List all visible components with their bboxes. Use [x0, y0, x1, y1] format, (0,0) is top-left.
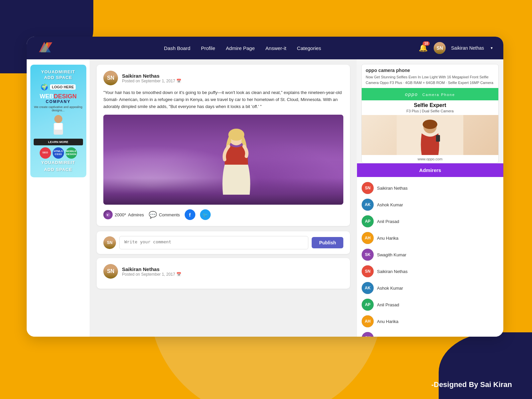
second-post-author-name: Saikiran Nethas: [122, 266, 181, 272]
nav-categories[interactable]: Categories: [297, 45, 321, 51]
second-post-date: Posted on September 1, 2017 📅: [122, 272, 181, 277]
oppo-selfie-sub: F3 Plus | Dual Selfie Camera: [362, 109, 498, 115]
bg-bottom-right-shape: [439, 332, 532, 399]
admirer-name: Swagith Kumar: [377, 336, 406, 337]
post-image: [103, 115, 343, 205]
navbar: Dash Board Profile Admire Page Answer-it…: [27, 37, 503, 59]
post-author-name: Saikiran Nethas: [122, 73, 181, 79]
ad-banner: YOUADMIREIT ADD SPACE 🌍 LOGO HERE WEBDES…: [30, 65, 86, 177]
second-calendar-icon: 📅: [176, 272, 181, 277]
navbar-right: 🔔 10 SN Saikiran Nethas ▾: [418, 42, 493, 54]
learn-more-button[interactable]: LEARN MORE: [34, 139, 83, 145]
admirers-header: Admirers: [357, 163, 503, 177]
content-area: YOUADMIREIT ADD SPACE 🌍 LOGO HERE WEBDES…: [27, 59, 503, 337]
ad-lady-area: [34, 113, 83, 137]
mobile-badge: MOBILEDESIGN: [66, 147, 77, 159]
ad-web-text: WEBDESIGN: [34, 93, 83, 99]
designer-credit: -Designed By Sai Kiran: [431, 380, 512, 389]
ad-description: We create captivative and appealing desi…: [34, 105, 83, 112]
admirer-avatar: AP: [362, 299, 374, 311]
main-card: Dash Board Profile Admire Page Answer-it…: [27, 37, 503, 337]
right-area: oppo camera phone Now Get Stunning Selfi…: [357, 59, 503, 337]
admirer-name: Ashok Kumar: [377, 286, 403, 291]
twitter-share-button[interactable]: 🐦: [200, 209, 211, 220]
admirer-item[interactable]: AP Anil Prasad: [357, 296, 503, 313]
post-date: Posted on September 1, 2017 📅: [122, 79, 181, 83]
admirer-avatar: AH: [362, 315, 374, 327]
admirers-list: SN Saikiran Nethas AK Ashok Kumar AP Ani…: [357, 177, 503, 337]
left-sidebar: YOUADMIREIT ADD SPACE 🌍 LOGO HERE WEBDES…: [27, 59, 90, 337]
post-text: "Your hair has to be smoothed down or it…: [103, 89, 343, 110]
oppo-ad-image: [362, 115, 498, 155]
html5-badge: HTML5CSS3: [53, 147, 64, 159]
comments-label: Comments: [159, 212, 180, 217]
admires-icon: ♥: [103, 210, 113, 219]
post-author-info: Saikiran Nethas Posted on September 1, 2…: [122, 73, 181, 83]
post-card: SN Saikiran Nethas Posted on September 1…: [97, 65, 350, 226]
admirer-item[interactable]: SN Saikiran Nethas: [357, 180, 503, 196]
comment-input-row: SN Publish: [103, 236, 343, 249]
admirer-item[interactable]: AH Anu Harika: [357, 230, 503, 246]
second-post-avatar: SN: [103, 264, 118, 279]
svg-point-3: [54, 115, 62, 123]
admirer-avatar: SN: [362, 265, 374, 277]
right-sidebar: Admirers SN Saikiran Nethas AK Ashok Kum…: [357, 163, 503, 337]
nav-links: Dash Board Profile Admire Page Answer-it…: [67, 45, 418, 51]
calendar-icon: 📅: [176, 79, 181, 83]
post-author-avatar: SN: [103, 71, 118, 85]
ad-title-line1: YOUADMIREIT: [34, 69, 83, 75]
admirer-item[interactable]: AK Ashok Kumar: [357, 280, 503, 296]
facebook-share-button[interactable]: f: [185, 209, 195, 220]
admirer-name: Ashok Kumar: [377, 202, 403, 207]
admirer-avatar: SK: [362, 332, 374, 337]
camera-phone-text: Camera Phone: [422, 93, 455, 97]
comment-icon: 💬: [149, 211, 157, 219]
ad-footer-title2: ADD SPACE: [34, 167, 83, 173]
logo[interactable]: [37, 41, 54, 55]
oppo-url: www.oppo.com: [362, 155, 498, 163]
oppo-ad-container: oppo camera phone Now Get Stunning Selfi…: [357, 59, 503, 163]
admires-count: 2000*: [115, 212, 126, 217]
post-header: SN Saikiran Nethas Posted on September 1…: [103, 71, 343, 85]
nav-admire-page[interactable]: Admire Page: [226, 45, 255, 51]
svg-point-7: [228, 129, 244, 141]
svg-rect-5: [54, 123, 62, 130]
comment-author-avatar: SN: [103, 236, 116, 249]
seo-badge: SEO: [40, 147, 51, 159]
nav-answer-it[interactable]: Answer-it: [265, 45, 286, 51]
oppo-ad: oppo camera phone Now Get Stunning Selfi…: [361, 64, 499, 163]
notification-button[interactable]: 🔔 10: [418, 43, 428, 53]
oppo-ad-title: oppo camera phone: [362, 64, 498, 74]
ad-logo-text: LOGO HERE: [50, 84, 75, 90]
comment-input[interactable]: [119, 236, 308, 249]
nav-profile[interactable]: Profile: [201, 45, 215, 51]
admirer-name: Anil Prasad: [377, 219, 399, 224]
oppo-ad-banner: oppo Camera Phone: [362, 88, 498, 100]
admirer-name: Swagith Kumar: [377, 252, 406, 257]
admirer-name: Saikiran Nethas: [377, 186, 408, 191]
admirer-name: Anil Prasad: [377, 302, 399, 307]
admirer-item[interactable]: AH Anu Harika: [357, 313, 503, 330]
svg-point-12: [423, 120, 437, 129]
ad-company-text: COMPANY: [34, 99, 83, 104]
admirer-item[interactable]: AK Ashok Kumar: [357, 196, 503, 213]
notification-badge: 10: [423, 41, 430, 46]
publish-button[interactable]: Publish: [312, 237, 343, 248]
admirer-item[interactable]: SK Swagith Kumar: [357, 330, 503, 337]
oppo-selfie-text: Selfie Expert: [362, 100, 498, 109]
nav-dashboard[interactable]: Dash Board: [164, 45, 190, 51]
admirer-avatar: AP: [362, 215, 374, 227]
admirer-avatar: SK: [362, 249, 374, 261]
admirer-avatar: SN: [362, 182, 374, 194]
admirer-item[interactable]: AP Anil Prasad: [357, 213, 503, 230]
admires-label: Admires: [128, 212, 144, 217]
admirer-item[interactable]: SK Swagith Kumar: [357, 246, 503, 263]
admirer-avatar: AK: [362, 199, 374, 211]
ad-logo-row: 🌍 LOGO HERE: [34, 83, 83, 91]
post-actions: ♥ 2000* Admires 💬 Comments f 🐦: [103, 209, 343, 220]
user-name-nav: Saikiran Nethas: [451, 45, 484, 51]
comments-button[interactable]: 💬 Comments: [149, 211, 180, 219]
admires-button[interactable]: ♥ 2000* Admires: [103, 210, 144, 219]
dropdown-arrow-icon[interactable]: ▾: [491, 46, 493, 50]
admirer-item[interactable]: SN Saikiran Nethas: [357, 263, 503, 280]
